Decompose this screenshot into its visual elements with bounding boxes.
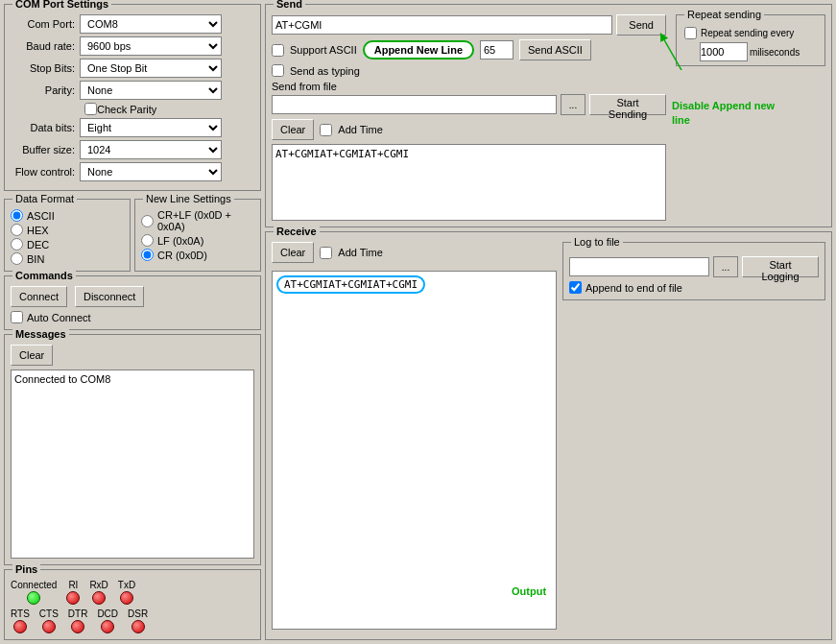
log-file-browse-button[interactable]: ... — [713, 256, 738, 277]
pins-title: Pins — [12, 563, 40, 575]
send-ascii-button[interactable]: Send ASCII — [519, 39, 591, 60]
repeat-sending-title: Repeat sending — [684, 9, 764, 20]
disconnect-button[interactable]: Disconnect — [75, 286, 144, 307]
com-port-settings-title: COM Port Settings — [12, 0, 111, 10]
annotation-arrow-svg — [653, 32, 710, 70]
pin-cts-label: CTS — [39, 608, 59, 619]
auto-connect-checkbox[interactable] — [11, 311, 23, 323]
commands-group: Commands Connect Disconnect Auto Connect — [4, 275, 261, 330]
start-logging-button[interactable]: Start Logging — [742, 256, 819, 277]
pin-dcd-label: DCD — [97, 608, 118, 619]
append-new-line-button[interactable]: Append New Line — [363, 40, 474, 60]
pin-rxd: RxD — [89, 580, 107, 605]
led-cts — [42, 620, 56, 633]
pin-dtr-label: DTR — [68, 608, 88, 619]
messages-area: Connected to COM8 — [11, 370, 254, 559]
cr-radio[interactable] — [141, 249, 154, 261]
pin-dtr: DTR — [68, 608, 88, 633]
new-line-settings-title: New Line Settings — [143, 193, 234, 204]
miliseconds-label: miliseconds — [750, 47, 800, 58]
dec-label: DEC — [27, 239, 49, 250]
support-ascii-checkbox[interactable] — [272, 44, 284, 57]
led-dcd — [101, 620, 114, 633]
add-time-checkbox[interactable] — [320, 124, 332, 136]
baud-rate-label: Baud rate: — [11, 40, 80, 52]
receive-add-time-label: Add Time — [338, 247, 382, 258]
dec-radio[interactable] — [11, 238, 23, 250]
pin-txd: TxD — [118, 580, 135, 605]
led-txd — [120, 591, 133, 605]
cr-radio-row: CR (0x0D) — [141, 249, 254, 261]
dec-radio-row: DEC — [11, 238, 124, 250]
receive-title: Receive — [274, 226, 320, 237]
send-content-text: AT+CGMIAT+CGMIAT+CGMI — [275, 148, 409, 160]
data-bits-label: Data bits: — [11, 122, 80, 133]
parity-select[interactable]: None — [80, 81, 222, 100]
log-to-file-title: Log to file — [571, 236, 623, 248]
log-to-file-group: Log to file ... Start Logging Append to … — [562, 242, 825, 300]
messages-clear-button[interactable]: Clear — [11, 345, 53, 366]
pin-txd-label: TxD — [118, 580, 135, 590]
send-as-typing-checkbox[interactable] — [272, 64, 284, 77]
data-bits-select[interactable]: Eight — [80, 118, 222, 137]
led-connected — [27, 591, 40, 605]
disable-append-annotation: Disable Append newline — [672, 99, 825, 129]
svg-line-0 — [662, 36, 681, 70]
crlf-radio-row: CR+LF (0x0D + 0x0A) — [141, 209, 254, 232]
append-to-end-checkbox[interactable] — [569, 281, 582, 294]
com-port-select[interactable]: COM8 — [80, 14, 222, 34]
cr-label: CR (0x0D) — [157, 250, 207, 261]
hex-radio[interactable] — [11, 224, 23, 236]
com-port-settings-group: COM Port Settings Com Port: COM8 Baud ra… — [4, 4, 261, 191]
led-rts — [13, 620, 27, 633]
send-from-file-label: Send from file — [272, 81, 666, 92]
pin-ri-label: RI — [68, 580, 78, 590]
send-clear-button[interactable]: Clear — [272, 119, 314, 140]
number-input[interactable] — [480, 40, 514, 60]
com-port-label: Com Port: — [11, 18, 80, 30]
bin-radio-row: BIN — [11, 252, 124, 265]
receive-content-text: AT+CGMIAT+CGMIAT+CGMI — [276, 275, 425, 294]
hex-label: HEX — [27, 225, 49, 236]
crlf-radio[interactable] — [141, 215, 154, 227]
flow-control-select[interactable]: None — [80, 162, 222, 181]
file-browse-button[interactable]: ... — [561, 94, 585, 115]
pin-dcd: DCD — [97, 608, 118, 633]
file-path-input[interactable] — [272, 95, 557, 114]
baud-rate-select[interactable]: 9600 bps — [80, 36, 222, 56]
hex-radio-row: HEX — [11, 224, 124, 236]
receive-add-time-checkbox[interactable] — [320, 247, 332, 259]
connect-button[interactable]: Connect — [11, 286, 67, 307]
flow-control-label: Flow control: — [11, 166, 80, 178]
pin-rxd-label: RxD — [89, 580, 107, 590]
lf-radio[interactable] — [141, 234, 154, 247]
add-time-label: Add Time — [338, 124, 382, 135]
pin-dsr-label: DSR — [128, 608, 148, 619]
commands-title: Commands — [12, 270, 76, 281]
led-dsr — [131, 620, 145, 633]
ascii-radio-row: ASCII — [11, 209, 124, 222]
stop-bits-select[interactable]: One Stop Bit — [80, 59, 222, 78]
pins-group: Pins Connected RI RxD TxD — [4, 569, 261, 640]
send-as-typing-label: Send as typing — [290, 65, 360, 77]
start-sending-button[interactable]: Start Sending — [589, 94, 666, 115]
log-file-path-input[interactable] — [569, 257, 709, 276]
buffer-size-label: Buffer size: — [11, 144, 80, 155]
check-parity-checkbox[interactable] — [84, 103, 97, 115]
messages-title: Messages — [12, 328, 69, 340]
support-ascii-label: Support ASCII — [290, 44, 357, 56]
lf-label: LF (0x0A) — [157, 235, 203, 247]
auto-connect-label: Auto Connect — [27, 312, 91, 323]
append-to-end-label: Append to end of file — [585, 282, 682, 294]
bin-label: BIN — [27, 253, 44, 265]
buffer-size-select[interactable]: 1024 — [80, 140, 222, 159]
ascii-radio[interactable] — [11, 209, 23, 222]
led-dtr — [71, 620, 84, 633]
pin-connected: Connected — [11, 580, 57, 605]
pin-dsr: DSR — [128, 608, 148, 633]
receive-clear-button[interactable]: Clear — [272, 242, 314, 263]
send-input[interactable] — [272, 15, 612, 35]
messages-group: Messages Clear Connected to COM8 — [4, 334, 261, 565]
bin-radio[interactable] — [11, 252, 23, 265]
pin-connected-label: Connected — [11, 580, 57, 590]
